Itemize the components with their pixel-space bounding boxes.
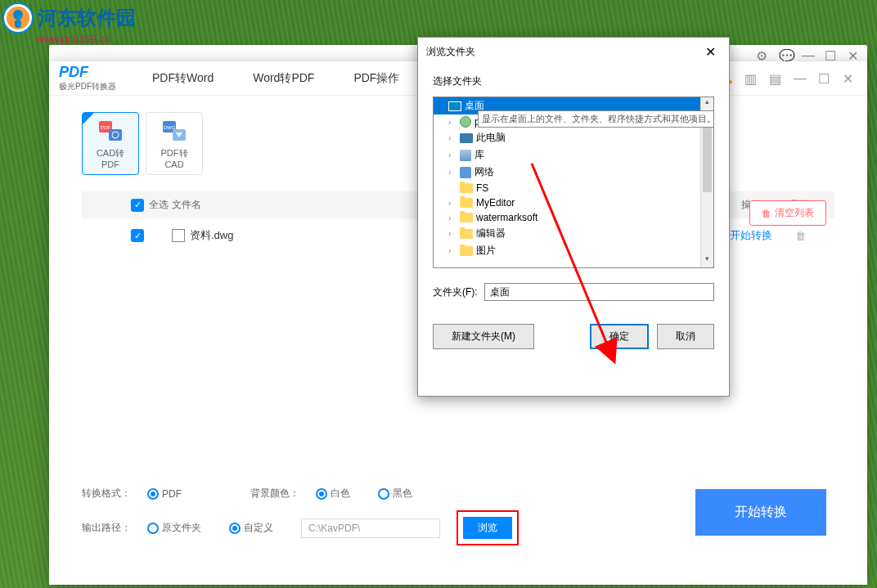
- tree-item-label: 库: [474, 148, 484, 162]
- feedback-icon[interactable]: ▥: [744, 71, 759, 86]
- app-logo: PDF 极光PDF转换器: [59, 64, 116, 92]
- new-folder-button[interactable]: 新建文件夹(M): [433, 324, 534, 349]
- bg-color-label: 背景颜色：: [250, 487, 299, 500]
- path-custom-radio[interactable]: 自定义: [229, 521, 273, 535]
- close-icon[interactable]: ✕: [848, 48, 861, 61]
- folder-icon: [460, 198, 473, 208]
- watermark: 河东软件园 www.pc0359.cn: [2, 2, 136, 45]
- format-label: 转换格式：: [82, 487, 131, 500]
- svg-rect-6: [109, 129, 122, 141]
- tree-item-label: FS: [476, 182, 488, 194]
- watermark-logo-icon: [2, 2, 34, 34]
- expand-icon[interactable]: ›: [448, 213, 456, 222]
- scroll-down-arrow[interactable]: ▾: [701, 254, 713, 267]
- tree-item-图片[interactable]: ›图片: [434, 242, 713, 259]
- tree-item-此电脑[interactable]: ›此电脑: [434, 129, 713, 146]
- watermark-url: www.pc0359.cn: [36, 33, 136, 45]
- mode-pdf-to-cad[interactable]: DWG PDF转CAD: [146, 112, 203, 175]
- expand-icon[interactable]: ›: [448, 199, 456, 208]
- expand-icon[interactable]: ›: [448, 118, 456, 127]
- folder-icon: [460, 229, 473, 239]
- tree-item-label: MyEditor: [476, 197, 515, 209]
- output-path-input[interactable]: [301, 518, 440, 538]
- path-original-radio[interactable]: 原文件夹: [147, 521, 201, 535]
- tab-pdf-to-word[interactable]: PDF转Word: [149, 63, 217, 94]
- mode-cad-to-pdf[interactable]: PDF CAD转PDF: [82, 112, 139, 175]
- ok-button[interactable]: 确定: [590, 324, 649, 349]
- dialog-title: 浏览文件夹: [426, 45, 475, 59]
- bg-white-radio[interactable]: 白色: [316, 487, 350, 500]
- folder-name-input[interactable]: [484, 283, 714, 301]
- row-delete-button[interactable]: 🗑: [776, 230, 825, 242]
- bg-black-radio[interactable]: 黑色: [378, 487, 412, 500]
- svg-text:PDF: PDF: [101, 125, 110, 130]
- svg-rect-3: [15, 20, 21, 28]
- tree-item-编辑器[interactable]: ›编辑器: [434, 225, 713, 242]
- tab-word-to-pdf[interactable]: Word转PDF: [250, 63, 317, 94]
- tree-item-label: watermarksoft: [476, 212, 537, 223]
- dialog-subtitle: 选择文件夹: [433, 74, 714, 88]
- close-icon[interactable]: ✕: [843, 71, 857, 86]
- tree-item-label: 此电脑: [476, 131, 506, 145]
- folder-field-label: 文件夹(F):: [433, 285, 478, 299]
- expand-icon[interactable]: ›: [448, 246, 456, 255]
- format-pdf-radio[interactable]: PDF: [147, 488, 182, 500]
- tab-pdf-ops[interactable]: PDF操作: [350, 63, 403, 94]
- expand-icon[interactable]: ›: [448, 133, 456, 142]
- dwg-file-icon: [172, 229, 185, 242]
- folder-tooltip: 显示在桌面上的文件、文件夹、程序快捷方式和其他项目。: [478, 110, 714, 128]
- folder-icon: [460, 183, 473, 193]
- tree-item-库[interactable]: ›库: [434, 146, 713, 164]
- expand-icon[interactable]: ›: [448, 150, 456, 159]
- row-checkbox[interactable]: [131, 229, 172, 242]
- start-convert-button[interactable]: 开始转换: [695, 489, 826, 536]
- browse-button[interactable]: 浏览: [463, 517, 512, 539]
- expand-icon[interactable]: ›: [448, 229, 456, 238]
- scroll-up-arrow[interactable]: ▴: [701, 97, 713, 110]
- tree-item-myeditor[interactable]: ›MyEditor: [434, 195, 713, 210]
- cad-to-pdf-icon: PDF: [97, 118, 124, 144]
- lib-icon: [460, 150, 471, 161]
- minimize-icon[interactable]: —: [794, 71, 808, 86]
- thispc-icon: [460, 133, 473, 143]
- select-all-checkbox[interactable]: 全选: [131, 198, 172, 212]
- tree-item-watermarksoft[interactable]: ›watermarksoft: [434, 210, 713, 225]
- clear-list-button[interactable]: 🗑 清空列表: [749, 200, 826, 226]
- folder-icon: [460, 246, 473, 256]
- watermark-site-name: 河东软件园: [38, 8, 136, 28]
- output-path-label: 输出路径：: [82, 521, 131, 535]
- cancel-button[interactable]: 取消: [657, 324, 714, 349]
- browse-folder-dialog: 浏览文件夹 ✕ 选择文件夹 桌面›pc›此电脑›库›网络FS›MyEditor›…: [417, 37, 730, 397]
- tree-item-label: 编辑器: [476, 227, 506, 240]
- tree-item-fs[interactable]: FS: [434, 181, 713, 195]
- tree-item-网络[interactable]: ›网络: [434, 164, 713, 181]
- trash-icon: 🗑: [762, 208, 771, 219]
- desktop-icon: [448, 101, 461, 111]
- folder-tree[interactable]: 桌面›pc›此电脑›库›网络FS›MyEditor›watermarksoft›…: [433, 97, 714, 268]
- browse-highlight-annotation: 浏览: [456, 510, 519, 545]
- net-icon: [460, 167, 471, 178]
- pc-icon: [460, 116, 471, 128]
- tree-item-label: 网络: [474, 165, 494, 179]
- svg-point-2: [13, 10, 23, 20]
- minimize-icon[interactable]: —: [802, 48, 815, 61]
- maximize-icon[interactable]: ☐: [825, 48, 838, 61]
- pdf-to-cad-icon: DWG: [161, 118, 187, 144]
- tree-item-label: 图片: [476, 244, 496, 258]
- dialog-close-button[interactable]: ✕: [700, 44, 721, 60]
- expand-icon[interactable]: ›: [448, 168, 456, 177]
- chat-bubble-icon[interactable]: 💬: [779, 48, 792, 61]
- chat-icon[interactable]: ▤: [769, 71, 784, 86]
- gear-icon[interactable]: ⚙: [756, 48, 769, 61]
- folder-icon: [460, 213, 473, 222]
- maximize-icon[interactable]: ☐: [818, 71, 833, 86]
- row-convert-link[interactable]: 开始转换: [726, 228, 776, 243]
